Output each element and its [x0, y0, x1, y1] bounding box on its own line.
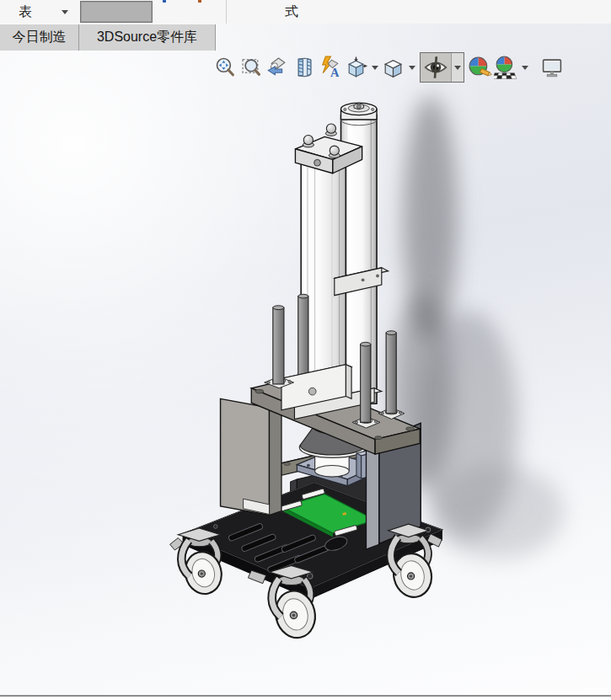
tab-3dsource[interactable]: 3DSource零件库 [79, 24, 216, 51]
chevron-down-icon [409, 66, 415, 70]
chevron-down-icon [372, 66, 378, 70]
previous-view-button[interactable] [265, 52, 291, 83]
zoom-to-fit-icon [214, 56, 237, 79]
view-settings-button[interactable] [539, 52, 565, 83]
display-style-icon [381, 56, 405, 80]
zoom-to-fit-button[interactable] [212, 52, 239, 83]
display-style-button[interactable] [380, 52, 406, 83]
display-style-dropdown[interactable] [406, 52, 417, 83]
frame-left-wall [221, 398, 281, 515]
document-tab-bar: 今日制造 3DSource零件库 [0, 24, 216, 51]
chevron-down-icon [62, 10, 68, 14]
hide-show-items-dropdown[interactable] [451, 53, 464, 82]
cropped-ribbon-icon-fragment [163, 0, 166, 3]
edit-appearance-button[interactable] [467, 52, 493, 83]
section-view-button[interactable] [291, 52, 317, 83]
hide-show-items-button[interactable] [421, 53, 451, 82]
pressed-blank-ribbon-button[interactable] [80, 1, 153, 23]
guide-rod-back-left [298, 294, 308, 381]
apply-scene-dropdown[interactable] [519, 52, 530, 83]
table-dropdown-button[interactable] [51, 0, 79, 24]
chevron-down-icon [522, 66, 528, 70]
press-machine-3d-model[interactable] [0, 24, 611, 695]
table-ribbon-label: 表 [19, 3, 32, 21]
edit-appearance-icon [468, 55, 493, 80]
table-ribbon-button[interactable]: 表 [0, 0, 51, 24]
section-view-icon [292, 56, 316, 79]
ribbon-bar: 表 式 [0, 0, 611, 24]
hide-show-items-group [420, 52, 464, 83]
apply-scene-button[interactable] [493, 52, 519, 83]
dynamic-annotation-views-button[interactable]: A [317, 52, 343, 83]
heads-up-view-toolbar: A [212, 52, 565, 83]
bottom-margin [0, 697, 611, 700]
view-orientation-button[interactable] [343, 52, 369, 83]
apply-scene-icon [494, 55, 519, 80]
svg-text:A: A [330, 66, 340, 79]
view-orientation-icon [344, 56, 368, 80]
previous-view-icon [265, 56, 290, 80]
tab-jinri-zhizao[interactable]: 今日制造 [0, 24, 79, 51]
eye-icon [423, 55, 448, 80]
chevron-down-icon [454, 66, 461, 70]
cropped-ribbon-icon-fragment [198, 0, 201, 3]
graphics-viewport[interactable]: A [0, 24, 611, 697]
dynamic-annotation-views-icon: A [318, 55, 343, 80]
style-ribbon-label: 式 [268, 0, 315, 24]
zoom-to-area-button[interactable] [239, 52, 265, 83]
monitor-icon [540, 56, 564, 79]
ribbon-separator [226, 0, 227, 24]
zoom-to-area-icon [240, 56, 263, 79]
view-orientation-dropdown[interactable] [369, 52, 380, 83]
